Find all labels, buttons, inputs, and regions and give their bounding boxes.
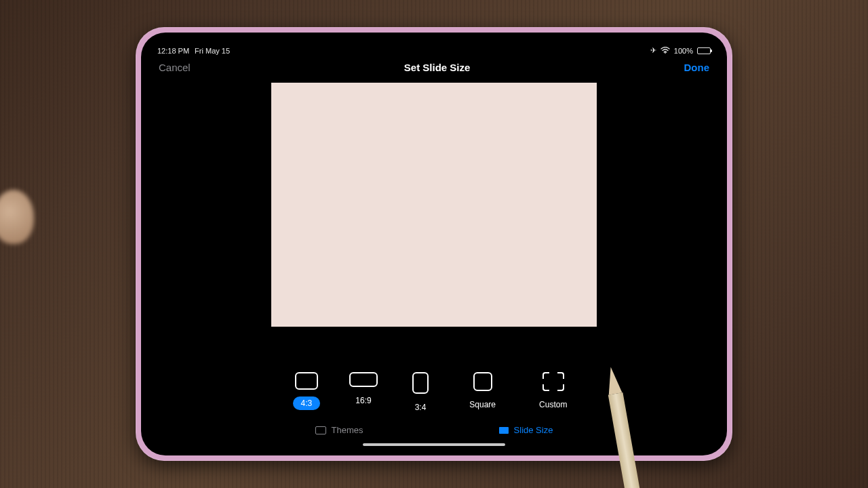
size-option-custom[interactable]: Custom <box>531 372 575 414</box>
size-label-3-4: 3:4 <box>407 401 435 414</box>
svg-point-0 <box>665 52 666 54</box>
aspect-3-4-icon <box>412 372 429 394</box>
tab-themes[interactable]: Themes <box>315 425 363 435</box>
size-options-row: 4:3 16:9 3:4 Square Custom <box>156 360 712 422</box>
size-label-16-9: 16:9 <box>347 394 379 407</box>
aspect-4-3-icon <box>295 372 318 390</box>
wifi-icon <box>660 47 670 55</box>
size-option-square[interactable]: Square <box>461 372 504 414</box>
status-bar: 12:18 PM Fri May 15 ✈︎ 100% <box>156 46 712 59</box>
ipad-device: 12:18 PM Fri May 15 ✈︎ 100% Cancel Set S… <box>136 27 732 461</box>
aspect-16-9-icon <box>349 372 378 387</box>
slide-size-icon <box>499 427 509 434</box>
airplane-icon: ✈︎ <box>650 46 656 55</box>
screen: 12:18 PM Fri May 15 ✈︎ 100% Cancel Set S… <box>141 33 727 455</box>
slide-preview-area <box>156 80 712 360</box>
aspect-square-icon <box>473 372 492 391</box>
home-indicator[interactable] <box>363 443 505 446</box>
size-label-square: Square <box>461 398 504 411</box>
size-option-4-3[interactable]: 4:3 <box>293 372 321 414</box>
cancel-button[interactable]: Cancel <box>159 62 191 73</box>
nav-bar: Cancel Set Slide Size Done <box>156 59 712 80</box>
tab-slide-size-label: Slide Size <box>514 425 553 435</box>
size-option-3-4[interactable]: 3:4 <box>407 372 435 414</box>
size-option-16-9[interactable]: 16:9 <box>347 372 379 414</box>
status-time: 12:18 PM <box>157 47 189 55</box>
status-date: Fri May 15 <box>195 47 230 55</box>
size-label-custom: Custom <box>531 398 575 411</box>
done-button[interactable]: Done <box>684 62 710 73</box>
bottom-tabs: Themes Slide Size <box>156 422 712 441</box>
page-title: Set Slide Size <box>404 62 471 73</box>
size-label-4-3: 4:3 <box>293 396 321 410</box>
tab-themes-label: Themes <box>332 425 363 435</box>
slide-preview[interactable] <box>271 83 597 327</box>
hand-thumb <box>0 190 34 244</box>
tab-slide-size[interactable]: Slide Size <box>499 425 553 435</box>
battery-percent: 100% <box>674 47 693 55</box>
aspect-custom-icon <box>542 372 564 391</box>
battery-icon <box>697 47 711 54</box>
themes-icon <box>315 426 326 434</box>
